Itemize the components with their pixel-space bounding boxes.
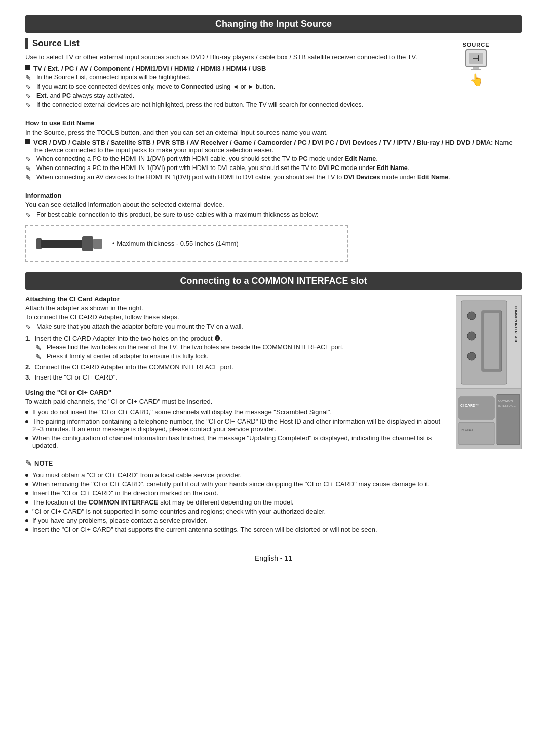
svg-text:⊣: ⊣ (472, 54, 479, 63)
using-bullet-3: When the configuration of channel inform… (25, 434, 451, 449)
note-item-text-6: If you have any problems, please contact… (32, 517, 207, 524)
note-item-text-3: Insert the "CI or CI+ CARD" in the direc… (32, 489, 218, 497)
note-item-6: If you have any problems, please contact… (25, 517, 522, 524)
attaching-content: Attaching the CI Card Adaptor Attach the… (25, 295, 451, 381)
edit-note-text-3: When connecting an AV devices to the HDM… (36, 174, 450, 181)
svg-text:COMMON INTERFACE: COMMON INTERFACE (514, 306, 518, 344)
edit-note-text-1: When connecting a PC to the HDMI IN 1(DV… (36, 155, 378, 162)
information-section: Information You can see detailed informa… (25, 192, 522, 262)
section1-header: Changing the Input Source (25, 15, 522, 33)
svg-text:INTERFACE: INTERFACE (498, 404, 516, 407)
section2-wrapper: Connecting to a COMMON INTERFACE slot CO (25, 272, 522, 533)
attaching-section: COMMON INTERFACE Attaching the CI Card A… (25, 295, 522, 381)
source-hand-icon: 👆 (461, 73, 491, 87)
note-bullet-4 (25, 501, 28, 504)
note-header: ✎ NOTE (25, 458, 522, 468)
step-1: 1. Insert the CI CARD Adapter into the t… (25, 334, 451, 342)
note-item-text-2: When removing the "CI or CI+ CARD", care… (32, 480, 430, 488)
pencil-icon-wall: ✎ (25, 323, 36, 331)
step-3-number: 3. (25, 373, 31, 381)
note-item-2: When removing the "CI or CI+ CARD", care… (25, 480, 522, 488)
note-item-3: Insert the "CI or CI+ CARD" in the direc… (25, 489, 522, 497)
svg-rect-20 (459, 422, 494, 445)
step-1-note-text-1: Please find the two holes on the rear of… (47, 344, 344, 351)
svg-rect-2 (473, 67, 479, 69)
svg-point-12 (467, 332, 476, 340)
source-list-section: Source List SOURCE ⊣ 👆 Use to select TV … (25, 38, 522, 109)
step-3: 3. Insert the "CI or CI+ CARD". (25, 373, 451, 381)
source-icon: ⊣ (464, 48, 488, 72)
note-text-3: Ext. and PC always stay activated. (36, 92, 134, 99)
note-item-text-5: "CI or CI+ CARD" is not supported in som… (32, 508, 326, 515)
cable-note: ✎ For best cable connection to this prod… (25, 211, 522, 219)
page-wrapper: Changing the Input Source Source List SO… (25, 15, 522, 562)
step-2: 2. Connect the CI CARD Adapter into the … (25, 363, 451, 371)
note-text-1: In the Source List, connected inputs wil… (36, 74, 190, 81)
using-content: Using the "CI or CI+ CARD" To watch paid… (25, 389, 451, 449)
vcr-text: VCR / DVD / Cable STB / Satellite STB / … (33, 139, 522, 154)
pencil-step1-2: ✎ (35, 353, 47, 361)
source-box: SOURCE ⊣ 👆 (456, 38, 496, 90)
pencil-icon-edit-2: ✎ (25, 164, 36, 173)
svg-text:COMMON: COMMON (498, 399, 513, 402)
note-bullet-7 (25, 528, 28, 531)
wall-note-text: Make sure that you attach the adaptor be… (36, 323, 243, 330)
note-bullet-3 (25, 492, 28, 495)
note-line-3: ✎ Ext. and PC always stay activated. (25, 92, 522, 100)
svg-rect-15 (484, 313, 499, 369)
note-bullet-6 (25, 519, 28, 522)
note-item-5: "CI or CI+ CARD" is not supported in som… (25, 508, 522, 515)
information-text: You can see detailed information about t… (25, 201, 522, 208)
main-bullet-text: TV / Ext. / PC / AV / Component / HDMI1/… (33, 65, 266, 72)
wall-note: ✎ Make sure that you attach the adaptor … (25, 323, 451, 331)
pencil-icon-4: ✎ (25, 101, 36, 109)
note-section: ✎ NOTE You must obtain a "CI or CI+ CARD… (25, 458, 522, 533)
edit-name-intro: In the Source, press the TOOLS button, a… (25, 129, 522, 136)
svg-rect-18 (459, 397, 494, 419)
source-intro: Use to select TV or other external input… (25, 53, 441, 61)
svg-rect-7 (82, 236, 93, 251)
bullet-round-2 (25, 420, 28, 423)
information-title: Information (25, 192, 522, 199)
note-item-1: You must obtain a "CI or CI+ CARD" from … (25, 471, 522, 479)
edit-note-2: ✎ When connecting a PC to the HDMI IN 1(… (25, 164, 522, 173)
pencil-note-icon: ✎ (25, 458, 32, 468)
note-item-4: The location of the COMMON INTERFACE slo… (25, 498, 522, 506)
vcr-bullet: VCR / DVD / Cable STB / Satellite STB / … (25, 139, 522, 154)
note-line-2: ✎ If you want to see connected devices o… (25, 83, 522, 91)
bullet-round-1 (25, 411, 28, 414)
svg-rect-3 (471, 69, 481, 70)
edit-note-1: ✎ When connecting a PC to the HDMI IN 1(… (25, 155, 522, 163)
note-label: NOTE (34, 459, 53, 467)
svg-point-11 (467, 312, 476, 320)
pencil-icon-1: ✎ (25, 74, 36, 82)
attaching-intro1: Attach the adapter as shown in the right… (25, 304, 451, 312)
step-2-text: Connect the CI CARD Adapter into the COM… (34, 363, 233, 371)
using-bullet-text-3: When the configuration of channel inform… (32, 434, 451, 449)
edit-name-section: How to use Edit Name In the Source, pres… (25, 119, 522, 182)
svg-text:CI CARD™: CI CARD™ (460, 404, 479, 407)
using-bullet-text-2: The pairing information containing a tel… (32, 417, 451, 433)
note-text-4: If the connected external devices are no… (36, 101, 363, 108)
attaching-title: Attaching the CI Card Adaptor (25, 295, 451, 303)
note-bullet-2 (25, 483, 28, 486)
pencil-icon-edit-3: ✎ (25, 174, 36, 182)
cable-diagram-box: • Maximum thickness - 0.55 inches (14mm) (25, 225, 348, 262)
note-item-7: Insert the "CI or CI+ CARD" that support… (25, 526, 522, 533)
note-item-text-4: The location of the COMMON INTERFACE slo… (32, 498, 294, 506)
ci-card-svg: CI CARD™ TV ONLY COMMON INTERFACE (456, 389, 522, 449)
attaching-intro2: To connect the CI CARD Adapter, follow t… (25, 313, 451, 321)
step-3-text: Insert the "CI or CI+ CARD". (34, 373, 117, 381)
cable-diagram-wrapper: • Maximum thickness - 0.55 inches (14mm) (25, 225, 348, 262)
note-line-4: ✎ If the connected external devices are … (25, 101, 522, 109)
step-1-note-text-2: Press it firmly at center of adapter to … (47, 353, 209, 360)
pencil-step1-1: ✎ (35, 344, 47, 352)
step-1-note-1: ✎ Please find the two holes on the rear … (25, 344, 451, 352)
using-title: Using the "CI or CI+ CARD" (25, 389, 451, 396)
using-intro: To watch paid channels, the "CI or CI+ C… (25, 398, 451, 405)
step-2-number: 2. (25, 363, 31, 371)
pencil-icon-cable: ✎ (25, 211, 36, 219)
note-item-text-7: Insert the "CI or CI+ CARD" that support… (32, 526, 377, 533)
ci-interface-image: COMMON INTERFACE (456, 295, 522, 389)
pencil-icon-2: ✎ (25, 83, 36, 91)
